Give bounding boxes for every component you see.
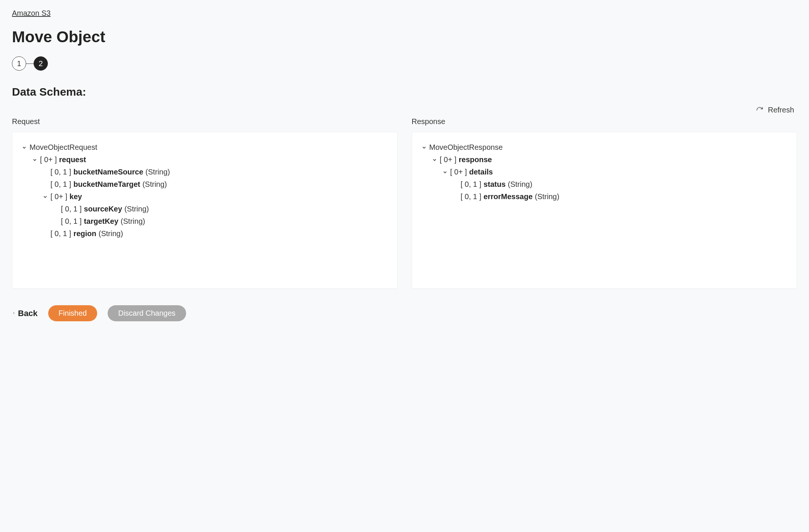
tree-node-cardinality: [ 0, 1 ]	[50, 228, 71, 240]
tree-node-name: bucketNameSource	[74, 166, 143, 178]
chevron-down-icon	[32, 157, 38, 163]
response-tree: MoveObjectResponse [ 0+ ] response	[421, 141, 788, 203]
finished-button[interactable]: Finished	[48, 305, 98, 321]
refresh-icon	[756, 106, 763, 114]
section-title: Data Schema:	[12, 86, 797, 98]
tree-node-name: errorMessage	[484, 191, 532, 203]
tree-node-cardinality: [ 0+ ]	[50, 191, 67, 203]
back-button[interactable]: Back	[12, 309, 38, 318]
tree-node-label: MoveObjectResponse	[429, 141, 503, 154]
chevron-down-icon	[21, 145, 27, 150]
chevron-down-icon	[442, 170, 448, 175]
tree-node-key[interactable]: [ 0+ ] key	[42, 191, 388, 203]
tree-node-details[interactable]: [ 0+ ] details	[442, 166, 788, 178]
tree-node-cardinality: [ 0, 1 ]	[461, 191, 482, 203]
tree-node-name: sourceKey	[84, 203, 122, 215]
refresh-button[interactable]: Refresh	[12, 106, 797, 114]
tree-node-cardinality: [ 0+ ]	[40, 154, 57, 166]
refresh-label: Refresh	[768, 106, 794, 114]
tree-node-error-message[interactable]: [ 0, 1 ] errorMessage (String)	[453, 191, 788, 203]
tree-node-bucket-name-source[interactable]: [ 0, 1 ] bucketNameSource (String)	[42, 166, 388, 178]
tree-node-bucket-name-target[interactable]: [ 0, 1 ] bucketNameTarget (String)	[42, 178, 388, 191]
request-column-label: Request	[12, 117, 398, 126]
step-2[interactable]: 2	[34, 56, 48, 71]
chevron-down-icon	[421, 145, 427, 150]
tree-node-cardinality: [ 0, 1 ]	[461, 178, 482, 191]
discard-changes-button[interactable]: Discard Changes	[108, 305, 186, 321]
tree-node-request[interactable]: [ 0+ ] request	[32, 154, 388, 166]
breadcrumb-link-amazon-s3[interactable]: Amazon S3	[12, 9, 50, 17]
tree-node-name: response	[459, 154, 492, 166]
chevron-down-icon	[42, 194, 48, 200]
tree-node-cardinality: [ 0, 1 ]	[50, 166, 71, 178]
tree-node-name: status	[484, 178, 506, 191]
tree-node-source-key[interactable]: [ 0, 1 ] sourceKey (String)	[53, 203, 388, 215]
tree-node-cardinality: [ 0, 1 ]	[61, 215, 82, 228]
stepper: 1 2	[12, 56, 797, 71]
tree-node-region[interactable]: [ 0, 1 ] region (String)	[42, 228, 388, 240]
step-1[interactable]: 1	[12, 56, 26, 71]
chevron-left-icon	[12, 309, 16, 318]
request-tree: MoveObjectRequest [ 0+ ] request	[21, 141, 388, 240]
tree-node-name: region	[74, 228, 96, 240]
chevron-down-icon	[432, 157, 438, 163]
breadcrumb: Amazon S3	[12, 9, 797, 18]
tree-node-type: (String)	[121, 215, 145, 228]
tree-node-type: (String)	[99, 228, 123, 240]
tree-node-response[interactable]: [ 0+ ] response	[432, 154, 788, 166]
tree-node-status[interactable]: [ 0, 1 ] status (String)	[453, 178, 788, 191]
tree-node-name: request	[59, 154, 86, 166]
tree-node-type: (String)	[145, 166, 170, 178]
response-panel: MoveObjectResponse [ 0+ ] response	[412, 132, 797, 289]
tree-node-type: (String)	[142, 178, 167, 191]
footer: Back Finished Discard Changes	[12, 305, 797, 321]
tree-node-cardinality: [ 0, 1 ]	[61, 203, 82, 215]
request-panel: MoveObjectRequest [ 0+ ] request	[12, 132, 398, 289]
step-connector	[26, 64, 34, 64]
back-label: Back	[18, 309, 38, 318]
tree-node-type: (String)	[124, 203, 149, 215]
tree-node-type: (String)	[535, 191, 559, 203]
page-title: Move Object	[12, 28, 797, 46]
tree-node-label: MoveObjectRequest	[30, 141, 97, 154]
tree-node-type: (String)	[508, 178, 532, 191]
tree-node-name: key	[70, 191, 82, 203]
tree-node-move-object-response[interactable]: MoveObjectResponse	[421, 141, 788, 154]
response-column-label: Response	[412, 117, 797, 126]
tree-node-name: targetKey	[84, 215, 118, 228]
tree-node-name: bucketNameTarget	[74, 178, 141, 191]
tree-node-name: details	[469, 166, 493, 178]
tree-node-cardinality: [ 0, 1 ]	[50, 178, 71, 191]
tree-node-cardinality: [ 0+ ]	[450, 166, 467, 178]
tree-node-move-object-request[interactable]: MoveObjectRequest	[21, 141, 388, 154]
tree-node-cardinality: [ 0+ ]	[440, 154, 457, 166]
tree-node-target-key[interactable]: [ 0, 1 ] targetKey (String)	[53, 215, 388, 228]
